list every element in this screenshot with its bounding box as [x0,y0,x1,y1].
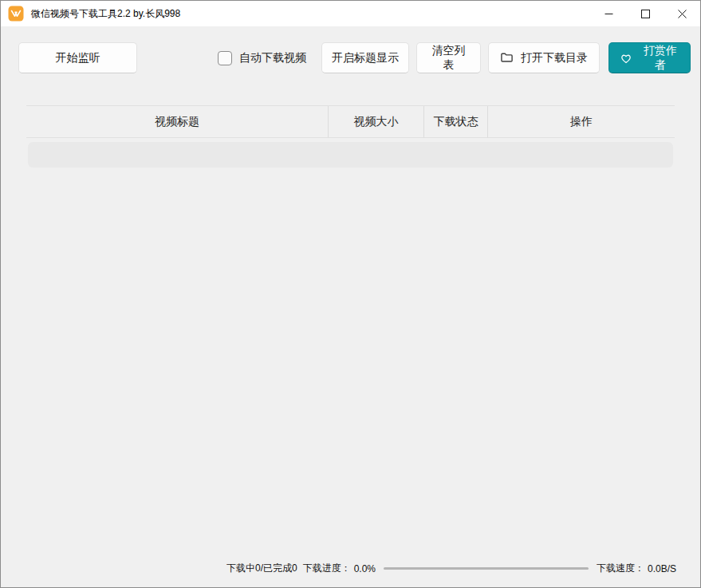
open-download-dir-label: 打开下载目录 [521,51,588,65]
speed-label: 下载速度： [597,562,644,575]
column-header-video-size: 视频大小 [328,106,423,137]
minimize-icon [605,10,613,18]
folder-icon [500,51,514,65]
column-header-download-status: 下载状态 [423,106,487,137]
column-header-actions: 操作 [487,106,675,137]
window-controls [590,1,700,26]
titlebar: 微信视频号下载工具2.2 by.长风998 [1,1,700,26]
open-download-dir-button[interactable]: 打开下载目录 [488,42,600,73]
progress-label: 下载进度： [303,562,351,575]
download-counts-text: 下载中0/已完成0 [226,562,297,575]
clear-list-label: 清空列表 [427,44,471,73]
heart-icon [619,51,633,65]
reward-author-label: 打赏作者 [640,44,680,73]
close-icon [678,10,687,18]
column-header-video-title: 视频标题 [26,106,328,137]
reward-author-button[interactable]: 打赏作者 [608,42,691,73]
title-display-button[interactable]: 开启标题显示 [321,42,409,73]
statusbar: 下载中0/已完成0 下载进度： 0.0% 下载速度： 0.0B/S [226,562,676,575]
table-header-row: 视频标题 视频大小 下载状态 操作 [26,105,675,138]
close-button[interactable] [664,1,700,26]
download-progress-bar [384,567,589,570]
start-listen-label: 开始监听 [56,51,100,65]
auto-download-label: 自动下载视频 [239,51,306,65]
title-display-label: 开启标题显示 [332,51,399,65]
clear-list-button[interactable]: 清空列表 [416,42,481,73]
video-table: 视频标题 视频大小 下载状态 操作 [26,105,675,168]
minimize-button[interactable] [590,1,627,26]
window-title: 微信视频号下载工具2.2 by.长风998 [31,7,180,21]
app-logo-icon [8,6,24,22]
start-listen-button[interactable]: 开始监听 [18,42,137,73]
speed-value: 0.0B/S [648,563,676,574]
progress-value: 0.0% [354,563,376,574]
maximize-icon [641,10,650,18]
auto-download-group: 自动下载视频 [218,42,306,73]
maximize-button[interactable] [627,1,664,26]
auto-download-checkbox[interactable] [218,51,232,65]
table-empty-row [28,142,673,168]
app-window: 微信视频号下载工具2.2 by.长风998 开始监听 自动下载 [0,0,701,588]
